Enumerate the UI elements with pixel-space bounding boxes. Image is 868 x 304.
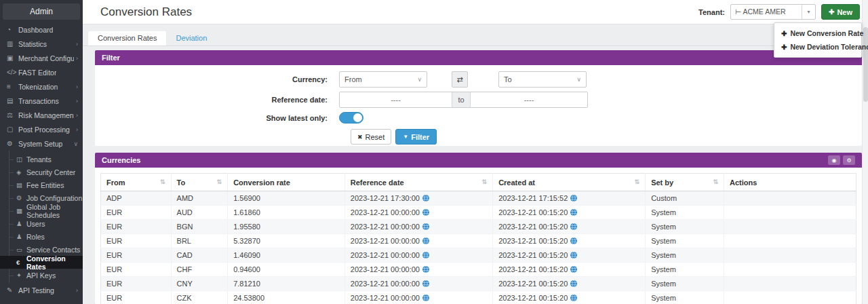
sidebar-item-post-processing[interactable]: ▢Post Processing›: [0, 122, 83, 136]
sidebar-item-conversion-rates[interactable]: €Conversion Rates: [0, 256, 83, 269]
toggle-columns-button[interactable]: ◉: [828, 155, 840, 165]
sidebar-item-system-setup[interactable]: ⚙System Setup∨: [0, 136, 83, 151]
sidebar-item-tenants[interactable]: ◫Tenants: [9, 153, 83, 166]
reference-date-label: Reference date:: [95, 96, 339, 104]
sidebar-item-dashboard[interactable]: ◔Dashboard: [0, 22, 83, 37]
reference-date-to-input[interactable]: [471, 92, 587, 107]
shield-icon: ◈: [16, 168, 26, 176]
sidebar-item-transactions[interactable]: ▤Transactions›: [0, 94, 83, 108]
cell-created-at: 2023-12-21 00:15:20: [493, 220, 646, 234]
cell-set-by: Custom: [646, 191, 724, 206]
sidebar-item-api-keys[interactable]: ✦API Keys: [9, 269, 83, 282]
tab-conversion-rates[interactable]: Conversion Rates: [88, 31, 166, 45]
chevron-right-icon: ›: [74, 41, 78, 48]
page-title: Conversion Rates: [100, 5, 192, 19]
scrollbar-thumb[interactable]: [863, 27, 868, 102]
sidebar-item-global-job-schedules[interactable]: ▦Global Job Schedules: [9, 204, 83, 217]
created-at-value: 2023-12-21 00:15:20: [498, 223, 568, 231]
sidebar-item-merchant-configuration[interactable]: ▣Merchant Configuration›: [0, 51, 83, 65]
sidebar-item-users[interactable]: ♟Users: [9, 217, 83, 230]
globe-icon: [422, 266, 429, 273]
column-header-to[interactable]: To⇅: [171, 174, 228, 191]
sidebar-item-label: Security Center: [26, 168, 75, 176]
cell-to: AMD: [171, 191, 228, 206]
new-button-label: New: [837, 8, 852, 16]
range-separator: to: [452, 92, 471, 107]
reset-button[interactable]: ✖ Reset: [351, 129, 391, 145]
post-processing-icon: ▢: [7, 126, 18, 133]
currency-from-select[interactable]: From ∨: [339, 71, 427, 88]
menu-item-new-conversion-rate[interactable]: ✚New Conversion Rate: [774, 26, 861, 40]
sidebar-item-fast-editor[interactable]: </>FAST Editor: [0, 65, 83, 79]
menu-item-new-deviation-tolerance[interactable]: ✚New Deviation Tolerance: [774, 40, 861, 54]
tenants-icon: ◫: [16, 155, 26, 163]
cell-actions: [724, 220, 856, 234]
plus-icon: ✚: [781, 43, 787, 51]
tabs-bar: Conversion Rates Deviation: [83, 32, 863, 46]
cell-set-by: System: [646, 220, 724, 234]
dashboard-icon: ◔: [7, 26, 18, 33]
sidebar-item-security-center[interactable]: ◈Security Center: [9, 166, 83, 178]
reference-date-value: 2023-12-21 00:00:00: [351, 223, 420, 231]
sidebar-item-label: Merchant Configuration: [18, 54, 74, 62]
cell-set-by: System: [646, 248, 724, 263]
tenant-select[interactable]: ⊢ ACME AMER ▾: [730, 4, 816, 20]
cell-actions: [724, 191, 856, 206]
key-icon: ✦: [16, 271, 26, 279]
table-settings-button[interactable]: ⚙: [843, 155, 855, 165]
currencies-table-wrap: From⇅To⇅Conversion rateReference date⇅Cr…: [95, 168, 862, 304]
sidebar-item-label: Risk Management: [18, 111, 74, 119]
cell-to: BRL: [171, 234, 228, 248]
user-icon: ♟: [16, 220, 26, 227]
column-header-label: Conversion rate: [233, 178, 290, 187]
cell-to: CZK: [171, 291, 228, 304]
topbar: Conversion Rates Tenant: ⊢ ACME AMER ▾ ✚…: [83, 0, 863, 24]
column-header-from[interactable]: From⇅: [101, 174, 172, 191]
funnel-icon: ▼: [403, 134, 408, 140]
globe-icon: [570, 266, 577, 273]
gear-icon: ⚙: [7, 140, 18, 147]
table-header-row: From⇅To⇅Conversion rateReference date⇅Cr…: [101, 174, 856, 191]
cell-actions: [724, 206, 856, 220]
sidebar-item-label: Statistics: [18, 40, 47, 48]
cell-reference-date: 2023-12-21 00:00:00: [344, 220, 492, 234]
table-row: EURBGN1.955802023-12-21 00:00:002023-12-…: [101, 220, 856, 234]
sidebar-item-risk-management[interactable]: ⚖Risk Management›: [0, 108, 83, 122]
reference-date-from-input[interactable]: [340, 92, 452, 107]
cell-from: ADP: [101, 191, 172, 206]
chevron-down-icon: ∨: [576, 76, 581, 83]
cell-created-at: 2023-12-21 00:15:20: [493, 263, 646, 277]
show-latest-only-toggle[interactable]: [339, 112, 363, 124]
system-setup-submenu: ◫Tenants◈Security Center▤Fee Entities⚙Jo…: [9, 151, 83, 283]
column-header-label: Reference date: [351, 178, 404, 187]
filter-button[interactable]: ▼ Filter: [395, 129, 437, 145]
cell-set-by: System: [646, 206, 724, 220]
tenant-label: Tenant:: [698, 8, 725, 16]
tab-deviation[interactable]: Deviation: [166, 31, 216, 45]
column-header-set-by[interactable]: Set by⇅: [646, 174, 724, 191]
cell-created-at: 2023-12-21 00:15:20: [493, 234, 646, 248]
column-header-created-at[interactable]: Created at⇅: [493, 174, 646, 191]
toggle-knob: [353, 113, 362, 122]
sidebar-item-label: System Setup: [18, 140, 62, 148]
cell-from: EUR: [101, 234, 172, 248]
reference-date-value: 2023-12-21 00:00:00: [351, 280, 420, 288]
sidebar-nav: ◔Dashboard▥Statistics›▣Merchant Configur…: [0, 22, 83, 297]
sidebar-item-statistics[interactable]: ▥Statistics›: [0, 37, 83, 51]
users-icon: ♟: [16, 233, 26, 240]
sidebar-item-fee-entities[interactable]: ▤Fee Entities: [9, 178, 83, 191]
table-row: EURCZK24.538002023-12-21 00:00:002023-12…: [101, 291, 856, 304]
reference-date-value: 2023-12-21 00:00:00: [351, 265, 420, 273]
sidebar-item-roles[interactable]: ♟Roles: [9, 230, 83, 243]
currency-to-select[interactable]: To ∨: [498, 71, 587, 88]
sidebar-item-tokenization[interactable]: ≡Tokenization›: [0, 79, 83, 94]
new-button[interactable]: ✚ New: [821, 4, 860, 20]
cell-reference-date: 2023-12-21 00:00:00: [344, 291, 492, 304]
swap-currencies-button[interactable]: ⇄: [452, 71, 468, 88]
currency-to-value: To: [504, 75, 512, 83]
cell-conversion-rate: 24.53800: [228, 291, 345, 304]
currencies-panel: Currencies ◉ ⚙ From⇅To⇅Conversion rateRe…: [95, 153, 862, 304]
column-header-reference-date[interactable]: Reference date⇅: [344, 174, 492, 191]
sidebar-item-api-testing[interactable]: ✎API Testing›: [0, 283, 83, 297]
cell-reference-date: 2023-12-21 00:00:00: [344, 277, 492, 291]
